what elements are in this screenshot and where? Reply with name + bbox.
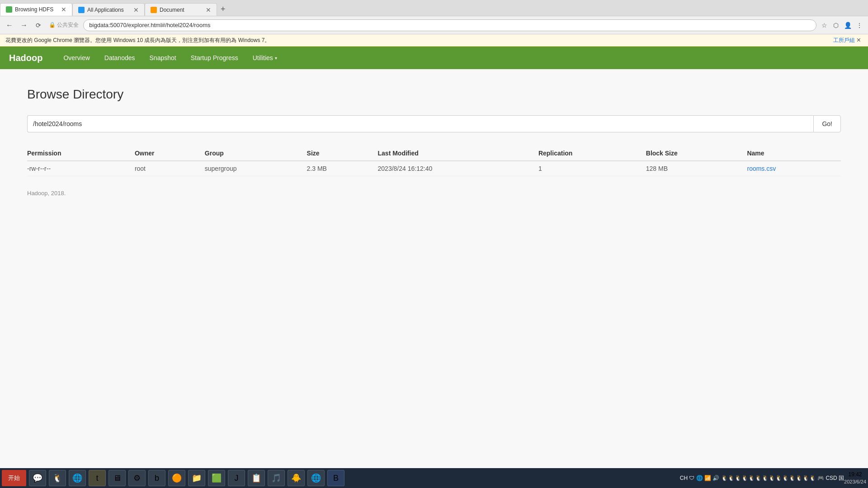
tab-label-hdfs: Browsing HDFS [15, 6, 58, 13]
address-bar-row: ← → ⟳ 🔒 公共安全 ☆ ⬡ 👤 ⋮ [0, 16, 868, 34]
col-replication: Replication [538, 146, 646, 161]
taskbar-app-orange[interactable]: 🟠 [168, 470, 185, 486]
tab-close-hdfs[interactable]: ✕ [61, 6, 66, 13]
tab-apps[interactable]: All Applications ✕ [72, 3, 145, 16]
nav-item-utilities[interactable]: Utilities ▾ [245, 47, 284, 69]
taskbar-app-music[interactable]: 🎵 [268, 470, 285, 486]
page-footer: Hadoop, 2018. [27, 190, 841, 197]
tray-icons: CH 🛡 🌐 📶 🔊 🐧🐧🐧🐧🐧🐧🐧🐧🐧🐧🐧🐧🐧🐧 🎮 CSD 国 [680, 474, 844, 482]
security-icon: 🔒 公共安全 [47, 21, 80, 29]
tab-bar: Browsing HDFS ✕ All Applications ✕ Docum… [0, 0, 868, 16]
nav-item-overview[interactable]: Overview [56, 47, 97, 69]
start-button[interactable]: 开始 [2, 470, 26, 486]
table-row: -rw-r--r-- root supergroup 2.3 MB 2023/8… [27, 161, 841, 176]
taskbar-app-wechat[interactable]: 💬 [29, 470, 46, 486]
taskbar-app-pc2[interactable]: ⚙ [128, 470, 146, 486]
cell-owner: root [135, 161, 205, 176]
clock-date: 2023/6/24 [844, 479, 866, 485]
account-icon[interactable]: 👤 [843, 20, 853, 30]
taskbar-app-chrome2[interactable]: 🌐 [307, 470, 325, 486]
clock-time: 19:42 [844, 471, 866, 479]
cell-last-modified: 2023/8/24 16:12:40 [378, 161, 538, 176]
forward-button[interactable]: → [18, 19, 30, 31]
taskbar-app-b[interactable]: b [148, 470, 165, 486]
taskbar-clock: 19:42 2023/6/24 [844, 471, 866, 485]
notification-close-button[interactable]: × [855, 36, 863, 44]
col-permission: Permission [27, 146, 135, 161]
col-group: Group [205, 146, 307, 161]
table-header-row: Permission Owner Group Size Last Modifie… [27, 146, 841, 161]
cell-block-size: 128 MB [646, 161, 747, 176]
col-block-size: Block Size [646, 146, 747, 161]
cell-group: supergroup [205, 161, 307, 176]
reload-button[interactable]: ⟳ [33, 19, 44, 31]
directory-input[interactable] [27, 115, 813, 132]
new-tab-button[interactable]: + [217, 5, 229, 14]
taskbar-apps: 💬 🐧 🌐 t 🖥 ⚙ b 🟠 📁 🟩 J 📋 🎵 🐥 🌐 B [28, 470, 680, 486]
bookmark-icon[interactable]: ☆ [819, 20, 829, 30]
cell-replication: 1 [538, 161, 646, 176]
tab-label-doc: Document [160, 7, 203, 13]
hadoop-brand: Hadoop [9, 53, 42, 63]
utilities-label: Utilities [253, 54, 273, 61]
notif-link-1[interactable]: 工所戶組 [833, 37, 855, 44]
cell-name: rooms.csv [747, 161, 841, 176]
tab-close-apps[interactable]: ✕ [133, 6, 139, 14]
tab-close-doc[interactable]: ✕ [206, 6, 211, 14]
file-link[interactable]: rooms.csv [747, 165, 776, 172]
tab-label-apps: All Applications [87, 7, 131, 13]
tab-favicon-hdfs [6, 6, 12, 13]
back-button[interactable]: ← [4, 19, 15, 31]
col-last-modified: Last Modified [378, 146, 538, 161]
go-button[interactable]: Go! [813, 115, 841, 132]
notification-links: 工所戶組 [833, 37, 855, 44]
menu-icon[interactable]: ⋮ [854, 20, 864, 30]
nav-item-datanodes[interactable]: Datanodes [97, 47, 142, 69]
address-icons: ☆ ⬡ 👤 ⋮ [819, 20, 864, 30]
taskbar: 开始 💬 🐧 🌐 t 🖥 ⚙ b 🟠 📁 🟩 J 📋 🎵 🐥 🌐 B CH 🛡 … [0, 468, 868, 488]
taskbar-app-t[interactable]: t [89, 470, 106, 486]
directory-table: Permission Owner Group Size Last Modifie… [27, 146, 841, 176]
hadoop-nav: Hadoop Overview Datanodes Snapshot Start… [0, 47, 868, 69]
directory-input-row: Go! [27, 115, 841, 132]
cell-permission: -rw-r--r-- [27, 161, 135, 176]
tab-favicon-apps [78, 7, 85, 13]
notification-bar: 花費更改的 Google Chrome 瀏覽器。您使用 Windows 10 成… [0, 34, 868, 47]
tab-hdfs[interactable]: Browsing HDFS ✕ [0, 3, 72, 16]
taskbar-app-duck[interactable]: 🐥 [288, 470, 305, 486]
col-name: Name [747, 146, 841, 161]
taskbar-app-chrome3[interactable]: B [327, 470, 344, 486]
taskbar-app-folder[interactable]: 📁 [188, 470, 205, 486]
browser-frame: Browsing HDFS ✕ All Applications ✕ Docum… [0, 0, 868, 488]
extensions-icon[interactable]: ⬡ [831, 20, 841, 30]
notification-text: 花費更改的 Google Chrome 瀏覽器。您使用 Windows 10 成… [5, 37, 833, 44]
col-size: Size [307, 146, 378, 161]
cell-size: 2.3 MB [307, 161, 378, 176]
address-input[interactable] [83, 19, 816, 31]
tab-doc[interactable]: Document ✕ [145, 3, 217, 16]
nav-item-startup[interactable]: Startup Progress [184, 47, 245, 69]
taskbar-app-chrome[interactable]: 🌐 [69, 470, 86, 486]
system-tray: CH 🛡 🌐 📶 🔊 🐧🐧🐧🐧🐧🐧🐧🐧🐧🐧🐧🐧🐧🐧 🎮 CSD 国 [680, 474, 844, 482]
taskbar-app-green[interactable]: 🟩 [208, 470, 225, 486]
utilities-dropdown-arrow: ▾ [275, 56, 277, 61]
tab-favicon-doc [151, 7, 157, 13]
nav-item-snapshot[interactable]: Snapshot [142, 47, 184, 69]
taskbar-app-j[interactable]: J [228, 470, 245, 486]
taskbar-app-cmd[interactable]: 📋 [248, 470, 265, 486]
nav-items: Overview Datanodes Snapshot Startup Prog… [56, 47, 284, 69]
taskbar-app-linux[interactable]: 🐧 [49, 470, 66, 486]
taskbar-app-pc[interactable]: 🖥 [108, 470, 126, 486]
col-owner: Owner [135, 146, 205, 161]
page-content: Browse Directory Go! Permission Owner Gr… [0, 69, 868, 488]
page-title: Browse Directory [27, 87, 841, 102]
